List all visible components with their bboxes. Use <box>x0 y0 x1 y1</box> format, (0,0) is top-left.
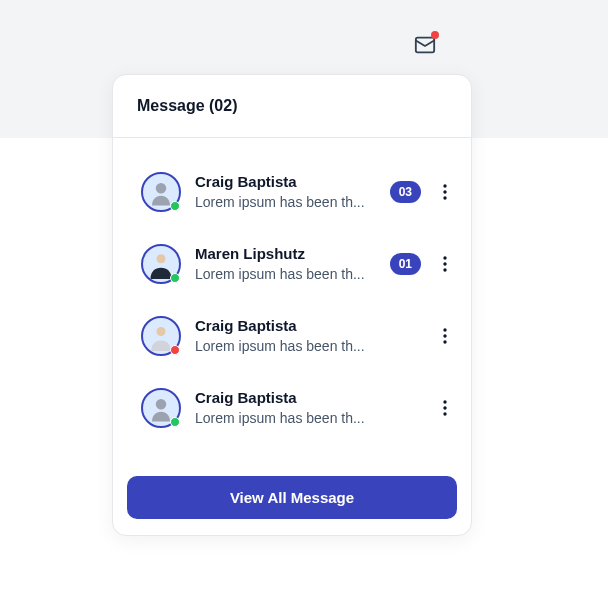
status-indicator <box>170 273 180 283</box>
more-vertical-icon <box>443 256 447 272</box>
svg-point-9 <box>157 327 166 336</box>
svg-point-15 <box>443 406 446 409</box>
messages-dropdown: Message (02) Craig Baptista Lorem ipsum … <box>112 74 472 536</box>
more-vertical-icon <box>443 328 447 344</box>
message-body: Maren Lipshutz Lorem ipsum has been th..… <box>195 245 376 284</box>
mail-notification-dot <box>431 31 439 39</box>
message-preview: Lorem ipsum has been th... <box>195 409 421 428</box>
view-all-button[interactable]: View All Message <box>127 476 457 519</box>
svg-point-1 <box>156 183 167 194</box>
sender-name: Craig Baptista <box>195 389 421 406</box>
svg-point-2 <box>443 184 446 187</box>
avatar <box>141 388 181 428</box>
message-body: Craig Baptista Lorem ipsum has been th..… <box>195 317 421 356</box>
message-preview: Lorem ipsum has been th... <box>195 337 421 356</box>
status-indicator <box>170 201 180 211</box>
svg-point-11 <box>443 334 446 337</box>
mail-button[interactable] <box>414 34 436 60</box>
message-item[interactable]: Craig Baptista Lorem ipsum has been th..… <box>135 300 461 372</box>
svg-point-7 <box>443 262 446 265</box>
more-vertical-icon <box>443 400 447 416</box>
svg-point-5 <box>157 254 166 263</box>
unread-badge: 03 <box>390 181 421 203</box>
message-item[interactable]: Maren Lipshutz Lorem ipsum has been th..… <box>135 228 461 300</box>
message-body: Craig Baptista Lorem ipsum has been th..… <box>195 389 421 428</box>
svg-point-13 <box>156 399 167 410</box>
svg-point-16 <box>443 412 446 415</box>
message-body: Craig Baptista Lorem ipsum has been th..… <box>195 173 376 212</box>
svg-point-8 <box>443 268 446 271</box>
more-button[interactable] <box>435 180 455 204</box>
svg-point-3 <box>443 190 446 193</box>
avatar <box>141 244 181 284</box>
message-item[interactable]: Craig Baptista Lorem ipsum has been th..… <box>135 372 461 444</box>
dropdown-footer: View All Message <box>113 464 471 535</box>
sender-name: Maren Lipshutz <box>195 245 376 262</box>
more-button[interactable] <box>435 396 455 420</box>
more-vertical-icon <box>443 184 447 200</box>
message-preview: Lorem ipsum has been th... <box>195 265 376 284</box>
more-button[interactable] <box>435 324 455 348</box>
sender-name: Craig Baptista <box>195 173 376 190</box>
status-indicator <box>170 417 180 427</box>
status-indicator <box>170 345 180 355</box>
svg-point-6 <box>443 256 446 259</box>
more-button[interactable] <box>435 252 455 276</box>
message-item[interactable]: Craig Baptista Lorem ipsum has been th..… <box>135 156 461 228</box>
svg-point-12 <box>443 340 446 343</box>
avatar <box>141 172 181 212</box>
unread-badge: 01 <box>390 253 421 275</box>
messages-list[interactable]: Craig Baptista Lorem ipsum has been th..… <box>113 138 471 464</box>
dropdown-title: Message (02) <box>137 97 447 115</box>
sender-name: Craig Baptista <box>195 317 421 334</box>
svg-point-14 <box>443 400 446 403</box>
dropdown-header: Message (02) <box>113 75 471 138</box>
svg-point-10 <box>443 328 446 331</box>
svg-point-4 <box>443 196 446 199</box>
avatar <box>141 316 181 356</box>
message-preview: Lorem ipsum has been th... <box>195 193 376 212</box>
